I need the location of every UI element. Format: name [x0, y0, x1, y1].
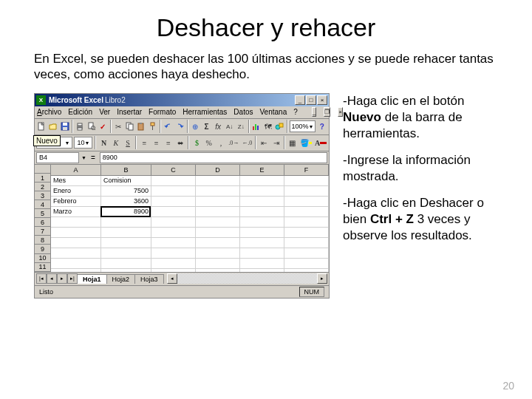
cell[interactable] [284, 228, 329, 238]
cell[interactable]: Enero [51, 186, 101, 197]
cell[interactable] [151, 238, 196, 248]
cell[interactable] [196, 259, 240, 269]
cell[interactable] [151, 269, 196, 272]
merge-center-button[interactable]: ⬌ [175, 136, 185, 149]
map-button[interactable]: 🗺 [262, 120, 273, 133]
increase-indent-button[interactable]: ⇥ [270, 136, 281, 149]
function-button[interactable]: fx [213, 120, 224, 133]
undo-button[interactable] [163, 120, 174, 133]
cell[interactable] [196, 217, 240, 228]
cell[interactable]: Comision [101, 176, 151, 186]
underline-button[interactable]: S [123, 136, 133, 149]
sort-desc-button[interactable]: Z↓ [236, 120, 247, 133]
col-header[interactable]: C [151, 165, 196, 176]
format-painter-button[interactable] [148, 120, 159, 133]
cell[interactable] [101, 228, 151, 238]
cell[interactable]: 8900 [101, 207, 151, 217]
help-button[interactable]: ? [316, 120, 327, 133]
minimize-button[interactable]: _ [295, 95, 305, 105]
save-button[interactable] [59, 120, 70, 133]
print-preview-button[interactable] [86, 120, 98, 133]
decrease-decimal-button[interactable]: ←.0 [241, 136, 253, 149]
cell[interactable] [240, 228, 284, 238]
cell[interactable] [196, 207, 240, 217]
chart-wizard-button[interactable] [251, 120, 262, 133]
tab-nav-prev[interactable]: ◂ [47, 273, 57, 284]
percent-button[interactable]: % [204, 136, 214, 149]
increase-decimal-button[interactable]: .0→ [228, 136, 239, 149]
decrease-indent-button[interactable]: ⇤ [259, 136, 269, 149]
cell[interactable] [151, 259, 196, 269]
menu-ayuda[interactable]: ? [293, 108, 298, 116]
row-header[interactable]: 7 [35, 227, 51, 236]
cell[interactable] [284, 197, 329, 207]
drawing-button[interactable] [274, 120, 285, 133]
zoom-combo[interactable]: 100%▼ [290, 120, 316, 132]
row-header[interactable]: 9 [35, 245, 51, 253]
cell[interactable] [196, 248, 240, 259]
col-header[interactable]: F [284, 165, 329, 176]
tab-nav-last[interactable]: ▸| [67, 273, 78, 284]
select-all-corner[interactable] [35, 165, 51, 174]
cell[interactable] [101, 248, 151, 259]
cell[interactable] [240, 238, 284, 248]
cell[interactable] [151, 176, 196, 186]
cut-button[interactable]: ✂ [113, 120, 124, 133]
font-size-combo[interactable]: 10▼ [74, 137, 92, 149]
row-header[interactable]: 1 [35, 174, 51, 183]
cell[interactable] [240, 259, 284, 269]
menu-ventana[interactable]: Ventana [259, 108, 287, 116]
horizontal-scrollbar[interactable]: ◂ ▸ [167, 273, 327, 284]
currency-button[interactable]: $ [191, 136, 202, 149]
cell[interactable] [196, 238, 240, 248]
spreadsheet-grid[interactable]: 1 2 3 4 5 6 7 8 9 10 11 A B C D E F [35, 165, 329, 272]
cell[interactable] [151, 248, 196, 259]
cell[interactable] [284, 176, 329, 186]
sheet-tab[interactable]: Hoja3 [134, 274, 164, 284]
cell[interactable] [101, 269, 151, 272]
menu-formato[interactable]: Formato [149, 108, 176, 116]
cell[interactable]: Febrero [51, 197, 101, 207]
tab-nav-next[interactable]: ▸ [57, 273, 67, 284]
cell[interactable] [196, 228, 240, 238]
doc-restore-button[interactable]: ❐ [324, 107, 330, 117]
sheet-tab[interactable]: Hoja1 [77, 274, 107, 284]
row-header[interactable]: 5 [35, 209, 51, 218]
close-button[interactable]: × [317, 95, 327, 105]
cell[interactable] [196, 197, 240, 207]
autosum-button[interactable]: Σ [201, 120, 212, 133]
tab-nav-first[interactable]: |◂ [36, 273, 47, 284]
cell[interactable] [284, 207, 329, 217]
row-header[interactable]: 2 [35, 183, 51, 191]
print-button[interactable] [75, 120, 86, 133]
cell[interactable]: Marzo [51, 207, 101, 217]
cell[interactable] [51, 228, 101, 238]
cell[interactable] [151, 217, 196, 228]
scroll-right-button[interactable]: ▸ [317, 273, 327, 284]
cell[interactable] [284, 269, 329, 272]
bold-button[interactable]: N [98, 136, 109, 149]
menu-insertar[interactable]: Insertar [117, 108, 142, 116]
italic-button[interactable]: K [111, 136, 121, 149]
menu-datos[interactable]: Datos [233, 108, 253, 116]
new-button[interactable] [36, 120, 47, 133]
menu-ver[interactable]: Ver [99, 108, 110, 116]
row-header[interactable]: 10 [35, 254, 51, 263]
copy-button[interactable] [124, 120, 135, 133]
cell[interactable] [51, 248, 101, 259]
redo-button[interactable] [174, 120, 185, 133]
cell[interactable] [51, 269, 101, 272]
align-left-button[interactable]: ≡ [139, 136, 149, 149]
cell[interactable] [196, 186, 240, 197]
row-header[interactable]: 8 [35, 236, 51, 245]
hyperlink-button[interactable]: ⊕ [190, 120, 201, 133]
cell[interactable] [284, 186, 329, 197]
cell[interactable]: 3600 [101, 197, 151, 207]
scroll-left-button[interactable]: ◂ [167, 273, 177, 284]
col-header[interactable]: E [240, 165, 284, 176]
cell[interactable] [240, 176, 284, 186]
cell[interactable] [284, 259, 329, 269]
cell[interactable] [240, 197, 284, 207]
row-header[interactable]: 11 [35, 263, 51, 272]
cell[interactable] [284, 248, 329, 259]
